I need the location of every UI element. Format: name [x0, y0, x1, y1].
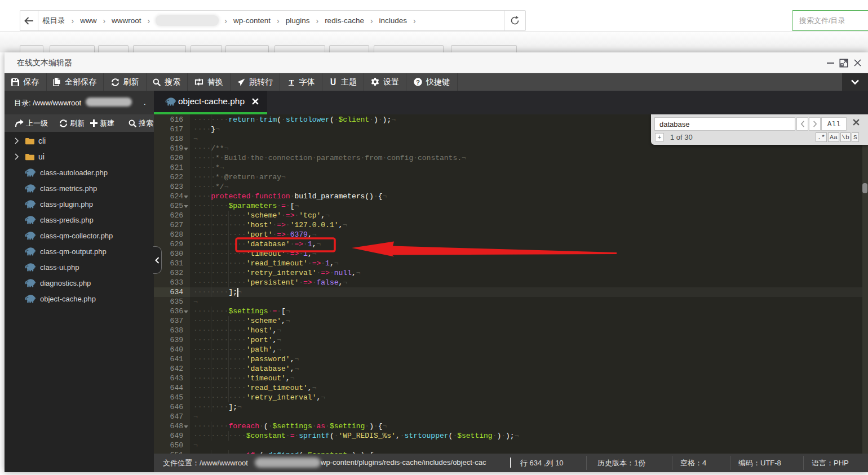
svg-text:U: U	[330, 78, 336, 86]
svg-text:T: T	[289, 78, 294, 86]
svg-text:?: ?	[416, 79, 420, 86]
